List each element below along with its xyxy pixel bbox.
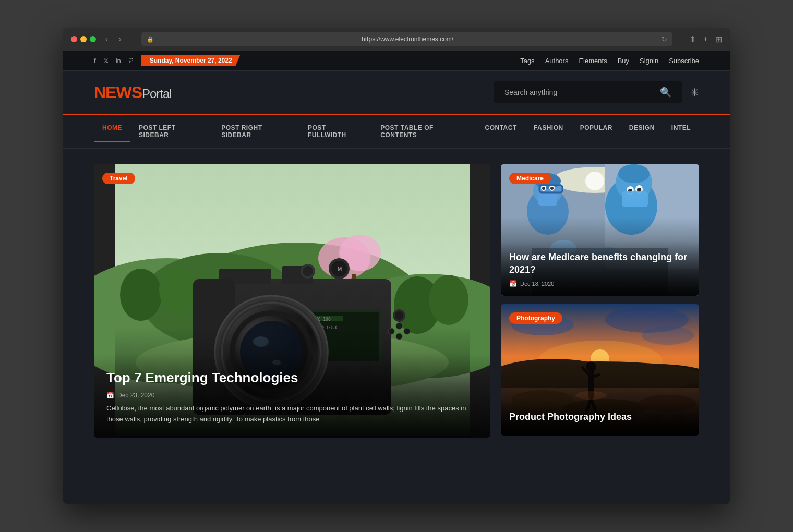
signin-link[interactable]: Signin bbox=[640, 57, 658, 65]
authors-link[interactable]: Authors bbox=[545, 57, 569, 65]
nav-items-list: HOME POST LEFT SIDEBAR POST RIGHT SIDEBA… bbox=[94, 115, 699, 148]
calendar-icon-medicare: 📅 bbox=[509, 280, 517, 287]
featured-category-badge[interactable]: Travel bbox=[102, 173, 135, 184]
search-placeholder: Search anything bbox=[504, 88, 557, 96]
nav-item-design[interactable]: DESIGN bbox=[621, 115, 663, 148]
nav-item-intel[interactable]: INTEL bbox=[663, 115, 699, 148]
featured-content: Top 7 Emerging Technologies 📅 Dec 23, 20… bbox=[94, 354, 490, 438]
lock-icon: 🔒 bbox=[147, 36, 154, 43]
browser-nav-buttons: ‹ › bbox=[102, 33, 125, 45]
facebook-icon[interactable]: f bbox=[94, 57, 96, 65]
top-bar: f 𝕏 in 𝓟 Sunday, November 27, 2022 Tags … bbox=[63, 51, 730, 71]
side-article-medicare[interactable]: Medicare How are Medicare benefits chang… bbox=[501, 164, 699, 296]
header-right: Search anything 🔍 ✳ bbox=[494, 81, 699, 103]
traffic-lights bbox=[71, 36, 96, 42]
featured-meta: 📅 Dec 23, 2020 bbox=[106, 392, 478, 399]
logo-news: NEWS bbox=[94, 83, 142, 102]
pinterest-icon[interactable]: 𝓟 bbox=[128, 56, 133, 65]
photography-content: Product Photography Ideas bbox=[501, 401, 699, 436]
top-bar-left: f 𝕏 in 𝓟 Sunday, November 27, 2022 bbox=[94, 55, 241, 66]
nav-item-post-left-sidebar[interactable]: POST LEFT SIDEBAR bbox=[130, 115, 213, 148]
grid-icon[interactable]: ⊞ bbox=[715, 34, 722, 44]
nav-item-fashion[interactable]: FASHION bbox=[525, 115, 572, 148]
side-articles: Medicare How are Medicare benefits chang… bbox=[501, 164, 699, 438]
elements-link[interactable]: Elements bbox=[579, 57, 607, 65]
theme-toggle-icon[interactable]: ✳ bbox=[690, 86, 699, 99]
site-header: NEWSPortal Search anything 🔍 ✳ bbox=[63, 71, 730, 115]
new-tab-icon[interactable]: + bbox=[703, 34, 708, 44]
date-badge: Sunday, November 27, 2022 bbox=[141, 55, 241, 66]
subscribe-link[interactable]: Subscribe bbox=[669, 57, 699, 65]
medicare-category-badge[interactable]: Medicare bbox=[509, 173, 551, 184]
close-button[interactable] bbox=[71, 36, 77, 42]
calendar-icon: 📅 bbox=[106, 392, 114, 399]
medicare-title: How are Medicare benefits changing for 2… bbox=[509, 251, 691, 276]
tags-link[interactable]: Tags bbox=[520, 57, 534, 65]
nav-item-home[interactable]: HOME bbox=[94, 115, 130, 148]
photography-category-badge[interactable]: Photography bbox=[509, 312, 562, 324]
photography-title: Product Photography Ideas bbox=[509, 411, 691, 423]
content-area: M ISO 100 1/250 f/5.6 bbox=[63, 149, 730, 453]
medicare-date: Dec 18, 2020 bbox=[520, 281, 554, 287]
buy-link[interactable]: Buy bbox=[618, 57, 629, 65]
linkedin-icon[interactable]: in bbox=[116, 57, 121, 65]
minimize-button[interactable] bbox=[80, 36, 87, 42]
nav-item-post-fullwidth[interactable]: POST FULLWIDTH bbox=[299, 115, 372, 148]
featured-date: Dec 23, 2020 bbox=[117, 392, 154, 399]
maximize-button[interactable] bbox=[90, 36, 96, 42]
medicare-content: How are Medicare benefits changing for 2… bbox=[501, 241, 699, 296]
search-bar[interactable]: Search anything 🔍 bbox=[494, 81, 682, 103]
nav-item-post-toc[interactable]: POST TABLE OF CONTENTS bbox=[372, 115, 476, 148]
forward-button[interactable]: › bbox=[115, 33, 124, 45]
website-content: f 𝕏 in 𝓟 Sunday, November 27, 2022 Tags … bbox=[63, 51, 730, 504]
featured-title: Top 7 Emerging Technologies bbox=[106, 369, 478, 387]
nav-item-popular[interactable]: POPULAR bbox=[572, 115, 621, 148]
browser-actions: ⬆ + ⊞ bbox=[689, 34, 722, 44]
medicare-meta: 📅 Dec 18, 2020 bbox=[509, 280, 691, 287]
nav-item-contact[interactable]: CONTACT bbox=[477, 115, 525, 148]
refresh-icon[interactable]: ↻ bbox=[662, 35, 667, 43]
url-text: https://www.electronthemes.com/ bbox=[157, 35, 658, 43]
search-icon[interactable]: 🔍 bbox=[660, 87, 671, 98]
nav-item-post-right-sidebar[interactable]: POST RIGHT SIDEBAR bbox=[213, 115, 299, 148]
site-logo[interactable]: NEWSPortal bbox=[94, 83, 172, 102]
side-article-photography[interactable]: Photography Product Photography Ideas bbox=[501, 304, 699, 436]
browser-titlebar: ‹ › 🔒 https://www.electronthemes.com/ ↻ … bbox=[63, 28, 730, 51]
featured-excerpt: Cellulose, the most abundant organic pol… bbox=[106, 403, 478, 425]
back-button[interactable]: ‹ bbox=[102, 33, 111, 45]
share-icon[interactable]: ⬆ bbox=[689, 34, 696, 44]
featured-article[interactable]: M ISO 100 1/250 f/5.6 bbox=[94, 164, 490, 438]
browser-window: ‹ › 🔒 https://www.electronthemes.com/ ↻ … bbox=[63, 28, 730, 504]
logo-portal: Portal bbox=[142, 87, 172, 101]
top-bar-nav: Tags Authors Elements Buy Signin Subscri… bbox=[520, 57, 699, 65]
main-navigation: HOME POST LEFT SIDEBAR POST RIGHT SIDEBA… bbox=[63, 115, 730, 149]
social-icons: f 𝕏 in 𝓟 bbox=[94, 56, 133, 65]
twitter-icon[interactable]: 𝕏 bbox=[103, 57, 109, 65]
address-bar[interactable]: 🔒 https://www.electronthemes.com/ ↻ bbox=[141, 32, 672, 46]
